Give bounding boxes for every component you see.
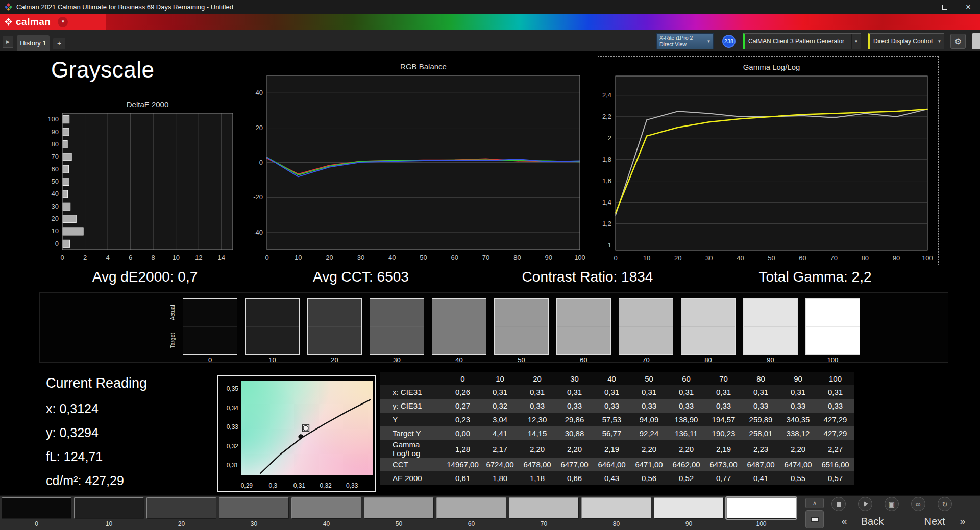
table-cell: 0,32 <box>481 399 519 413</box>
continuous-measure-button[interactable]: ∞ <box>911 497 925 511</box>
pattern-level-label: 70 <box>541 520 547 527</box>
svg-text:20: 20 <box>674 254 681 262</box>
table-cell: 0,23 <box>444 413 481 426</box>
next-button[interactable]: Next <box>918 514 951 528</box>
svg-text:1: 1 <box>608 241 611 249</box>
svg-text:Gamma Log/Log: Gamma Log/Log <box>743 63 800 71</box>
infinity-icon: ∞ <box>916 500 920 508</box>
grayscale-swatch-30: 30 <box>370 298 424 364</box>
pattern-swatch[interactable] <box>74 497 144 519</box>
target-swatch <box>681 326 735 354</box>
pattern-button-20[interactable]: 20 <box>146 497 216 527</box>
swatch-box <box>743 298 798 355</box>
pattern-swatch[interactable] <box>654 497 724 519</box>
pattern-button-90[interactable]: 90 <box>654 497 724 527</box>
table-cell: 0,31 <box>593 385 630 399</box>
gamma-loglog-svg: 2,42,221,81,61,41,2101020304050607080901… <box>598 57 938 265</box>
pattern-button-40[interactable]: 40 <box>291 497 361 527</box>
minimize-button[interactable] <box>910 0 933 14</box>
cie-chromaticity-chart[interactable]: 0,350,340,330,320,310,290,30,310,320,33 <box>217 375 376 492</box>
pattern-swatch[interactable] <box>291 497 361 519</box>
save-button[interactable]: ▣ <box>885 497 899 511</box>
chevron-down-icon[interactable]: ▼ <box>704 34 713 49</box>
next-chevron-button[interactable]: » <box>952 514 973 528</box>
deltae-2000-chart[interactable]: 024681012141009080706050403020100DeltaE … <box>36 95 240 272</box>
tab-scroll-button[interactable]: ▶ <box>3 36 13 48</box>
pattern-button-60[interactable]: 60 <box>436 497 506 527</box>
rgb-balance-chart[interactable]: 40200-20-400102030405060708090100RGB Bal… <box>240 57 597 267</box>
pattern-swatch[interactable] <box>146 497 216 519</box>
pattern-swatch[interactable] <box>2 497 71 519</box>
back-button[interactable]: Back <box>856 514 888 528</box>
svg-text:90: 90 <box>52 128 59 136</box>
table-col-header: 90 <box>779 372 817 385</box>
table-cell: 2,27 <box>817 440 854 458</box>
pattern-button-50[interactable]: 50 <box>364 497 434 527</box>
pattern-button-0[interactable]: 0 <box>2 497 71 527</box>
table-col-header: 50 <box>630 372 668 385</box>
calman-window: Calman 2021 Calman Ultimate for Business… <box>0 0 980 530</box>
svg-text:60: 60 <box>451 254 458 261</box>
pattern-button-80[interactable]: 80 <box>581 497 651 527</box>
pattern-button-100[interactable]: 100 <box>726 497 796 527</box>
actual-swatch <box>183 299 237 326</box>
pattern-button-70[interactable]: 70 <box>509 497 579 527</box>
table-cell: 136,11 <box>668 426 705 440</box>
table-row: x: CIE310,260,310,310,310,310,310,310,31… <box>380 385 854 399</box>
pattern-swatch[interactable] <box>364 497 434 519</box>
table-col-header: 10 <box>481 372 519 385</box>
close-button[interactable]: × <box>957 0 980 14</box>
svg-text:60: 60 <box>52 165 59 173</box>
maximize-button[interactable] <box>933 0 957 14</box>
display-control-dropdown[interactable]: Direct Display Control ▼ <box>868 33 944 49</box>
table-cell: 14,15 <box>519 426 556 440</box>
meter-dropdown[interactable]: X-Rite i1Pro 2 Direct View ▼ <box>656 33 714 49</box>
pattern-swatch[interactable] <box>726 497 796 519</box>
table-col-header: 80 <box>742 372 779 385</box>
table-cell: 0,31 <box>779 385 817 399</box>
back-chevron-button[interactable]: « <box>834 514 854 528</box>
side-panel-handle[interactable] <box>972 33 980 49</box>
avg-cct-stat: Avg CCT: 6503 <box>313 269 409 285</box>
pattern-source-dropdown[interactable]: CalMAN Client 3 Pattern Generator ▼ <box>743 33 861 49</box>
chevron-down-icon[interactable]: ▼ <box>935 34 944 49</box>
menu-dropdown-icon[interactable]: ▼ <box>58 17 68 27</box>
add-tab-button[interactable]: + <box>53 38 65 49</box>
pattern-swatch[interactable] <box>219 497 289 519</box>
pattern-swatch[interactable] <box>436 497 506 519</box>
collapse-panel-button[interactable]: ∧ <box>805 498 824 508</box>
stop-button[interactable] <box>831 497 846 511</box>
tab-history-1[interactable]: History 1 <box>17 35 50 51</box>
gamma-loglog-chart[interactable]: 2,42,221,81,61,41,2101020304050607080901… <box>598 57 938 265</box>
play-button[interactable] <box>858 497 872 511</box>
table-cell: 190,23 <box>705 426 742 440</box>
table-row-label: ΔE 2000 <box>380 471 444 485</box>
svg-text:1,2: 1,2 <box>602 220 611 228</box>
page-title: Grayscale <box>51 57 155 83</box>
target-swatch <box>183 326 237 354</box>
table-cell: 4,41 <box>481 426 519 440</box>
table-cell: 2,20 <box>519 440 556 458</box>
svg-text:0,29: 0,29 <box>241 482 253 489</box>
target-swatch <box>370 326 424 354</box>
refresh-button[interactable]: ↻ <box>938 497 952 511</box>
swatch-level-label: 50 <box>518 356 525 364</box>
pattern-swatch[interactable] <box>509 497 579 519</box>
svg-text:0,32: 0,32 <box>320 482 332 489</box>
svg-text:100: 100 <box>574 254 585 261</box>
pattern-button-30[interactable]: 30 <box>219 497 289 527</box>
caption-buttons: × <box>910 0 980 14</box>
calman-menu-button[interactable]: calman ▼ <box>0 14 106 30</box>
svg-text:20: 20 <box>256 124 263 132</box>
results-table: 0102030405060708090100 x: CIE310,260,310… <box>380 372 854 485</box>
gamma-chart-panel-selected[interactable]: 2,42,221,81,61,41,2101020304050607080901… <box>598 56 939 265</box>
table-cell: 6724,00 <box>481 458 519 471</box>
chevron-down-icon[interactable]: ▼ <box>851 34 861 49</box>
grayscale-swatch-10: 10 <box>245 298 300 364</box>
pattern-button-10[interactable]: 10 <box>74 497 144 527</box>
settings-button[interactable]: ⚙ <box>950 34 966 49</box>
table-cell: 0,57 <box>817 471 854 485</box>
pattern-swatch[interactable] <box>581 497 651 519</box>
svg-text:0,32: 0,32 <box>227 443 239 450</box>
pattern-window-button[interactable] <box>805 510 824 528</box>
